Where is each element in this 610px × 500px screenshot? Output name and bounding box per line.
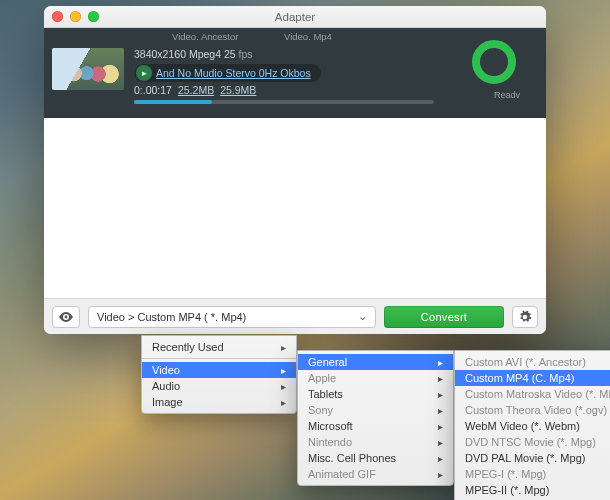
preview-button[interactable] xyxy=(52,306,80,328)
column-header: Video. Mp4 xyxy=(284,31,332,42)
menu-item-sony[interactable]: Sony▸ xyxy=(298,402,453,418)
menu-item-mkv[interactable]: Custom Matroska Video (*. Mkv) xyxy=(455,386,610,402)
status-ring-icon xyxy=(472,40,516,84)
menu-item-apple[interactable]: Apple▸ xyxy=(298,370,453,386)
menu-item-ntsc[interactable]: DVD NTSC Movie (*. Mpg) xyxy=(455,434,610,450)
minimize-icon[interactable] xyxy=(70,11,81,22)
convert-button[interactable]: Convesrt xyxy=(384,306,504,328)
settings-button[interactable] xyxy=(512,306,538,328)
format-menu-level1[interactable]: Recently Used▸ Video▸ Audio▸ Image▸ xyxy=(141,335,297,414)
window-title: Adapter xyxy=(275,11,315,23)
menu-item-microsoft[interactable]: Microsoft▸ xyxy=(298,418,453,434)
file-stats: 0:.00:17 25.2MB 25.9MB xyxy=(134,84,256,96)
chevron-updown-icon: ⌄ xyxy=(358,310,367,323)
titlebar[interactable]: Adapter xyxy=(44,6,546,28)
chevron-right-icon: ▸ xyxy=(420,469,443,480)
menu-item-mpeg1[interactable]: MPEG-I (*. Mpg) xyxy=(455,466,610,482)
menu-separator xyxy=(142,358,296,359)
menu-item-mpeg2[interactable]: MPEG-II (*. Mpg) xyxy=(455,482,610,498)
svg-point-0 xyxy=(65,315,68,318)
close-icon[interactable] xyxy=(52,11,63,22)
progress-bar[interactable] xyxy=(134,100,434,104)
menu-item-general[interactable]: General▸ xyxy=(298,354,453,370)
chevron-right-icon: ▸ xyxy=(420,405,443,416)
menu-item-video[interactable]: Video▸ xyxy=(142,362,296,378)
menu-item-ogv[interactable]: Custom Theora Video (*.ogv) xyxy=(455,402,610,418)
chevron-right-icon: ▸ xyxy=(263,397,286,408)
format-select[interactable]: Video > Custom MP4 ( *. Mp4) ⌄ xyxy=(88,306,376,328)
format-menu-level3[interactable]: Custom AVI (*. Ancestor) Custom MP4 (C. … xyxy=(454,350,610,500)
menu-item-misc[interactable]: Misc. Cell Phones▸ xyxy=(298,450,453,466)
status-text: Readv xyxy=(494,90,520,100)
menu-item-nintendo[interactable]: Nintendo▸ xyxy=(298,434,453,450)
format-menu-level2[interactable]: General▸ Apple▸ Tablets▸ Sony▸ Microsoft… xyxy=(297,350,454,486)
chevron-right-icon: ▸ xyxy=(420,453,443,464)
chevron-right-icon: ▸ xyxy=(420,373,443,384)
workspace[interactable] xyxy=(44,118,546,298)
app-window: Adapter Video. Ancestor Video. Mp4 3840x… xyxy=(44,6,546,334)
size-target: 25.9MB xyxy=(220,84,256,96)
format-path: Video > Custom MP4 ( *. Mp4) xyxy=(97,311,246,323)
chevron-right-icon: ▸ xyxy=(420,421,443,432)
chevron-right-icon: ▸ xyxy=(263,342,286,353)
duration: 0:.00:17 xyxy=(134,84,172,96)
gear-icon xyxy=(518,310,532,324)
eye-icon xyxy=(58,312,74,322)
column-header: Video. Ancestor xyxy=(172,31,238,42)
audio-info-row[interactable]: ▸ And No Mudio Stervo 0Hz Okbos xyxy=(134,64,321,82)
menu-item-gif[interactable]: Animated GIF▸ xyxy=(298,466,453,482)
menu-item-image[interactable]: Image▸ xyxy=(142,394,296,410)
footer-toolbar: Video > Custom MP4 ( *. Mp4) ⌄ Convesrt xyxy=(44,298,546,334)
menu-item-webm[interactable]: WebM Video (*. Webm) xyxy=(455,418,610,434)
queue-panel: Video. Ancestor Video. Mp4 3840x2160 Mpe… xyxy=(44,28,546,118)
resolution-text: 3840x2160 Mpeg4 25 fps xyxy=(134,48,253,60)
chevron-right-icon: ▸ xyxy=(420,389,443,400)
audio-info-text: And No Mudio Stervo 0Hz Okbos xyxy=(156,67,311,79)
chevron-right-icon: ▸ xyxy=(263,381,286,392)
menu-item-mp4[interactable]: Custom MP4 (C. Mp4) xyxy=(455,370,610,386)
zoom-icon[interactable] xyxy=(88,11,99,22)
menu-item-pal[interactable]: DVD PAL Movie (*. Mpg) xyxy=(455,450,610,466)
chevron-right-icon: ▸ xyxy=(420,437,443,448)
menu-item-recent[interactable]: Recently Used▸ xyxy=(142,339,296,355)
chevron-right-icon: ▸ xyxy=(263,365,286,376)
video-thumbnail[interactable] xyxy=(52,48,124,90)
play-icon[interactable]: ▸ xyxy=(136,65,152,81)
chevron-right-icon: ▸ xyxy=(420,357,443,368)
menu-item-avi[interactable]: Custom AVI (*. Ancestor) xyxy=(455,354,610,370)
menu-item-audio[interactable]: Audio▸ xyxy=(142,378,296,394)
menu-item-tablets[interactable]: Tablets▸ xyxy=(298,386,453,402)
size-source: 25.2MB xyxy=(178,84,214,96)
